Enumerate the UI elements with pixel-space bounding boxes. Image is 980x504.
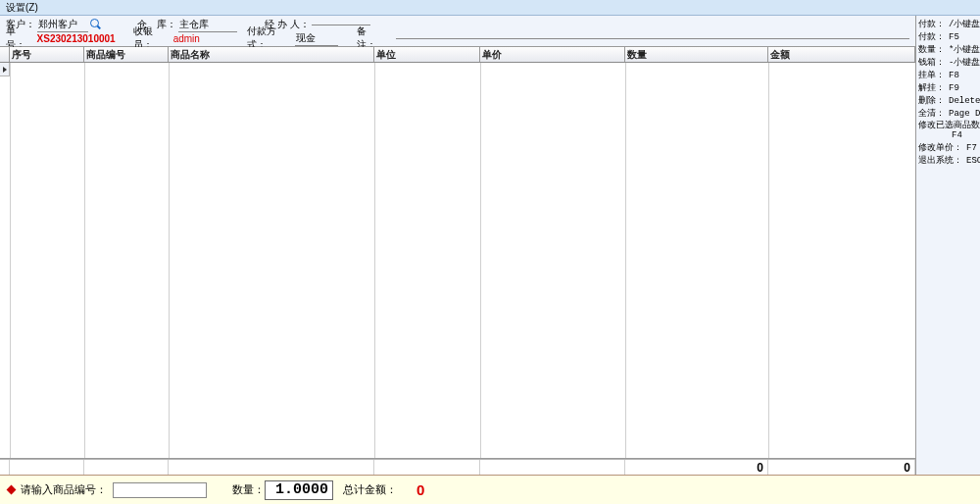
shortcut-row: 数量：*小键盘 xyxy=(918,43,978,56)
shortcut-panel: 付款：/小键盘付款：F5数量：*小键盘钱箱：-小键盘挂单：F8解挂：F9删除：D… xyxy=(916,16,980,475)
qty-input[interactable]: 1.0000 xyxy=(265,480,333,500)
shortcut-row: 解挂：F9 xyxy=(918,81,978,94)
bottom-bar: 请输入商品编号： 数量： 1.0000 总计金额： 0 xyxy=(0,475,980,504)
diamond-icon xyxy=(7,485,17,495)
shortcut-row: 删除：Delete xyxy=(918,94,978,107)
search-icon[interactable] xyxy=(90,19,102,30)
shortcut-row: 付款：/小键盘 xyxy=(918,18,978,30)
current-row-marker-icon xyxy=(0,63,10,76)
shortcut-row: 挂单：F8 xyxy=(918,69,978,81)
col-qty[interactable]: 数量 xyxy=(625,47,768,62)
total-amt-label: 总计金额： xyxy=(343,482,397,497)
header-form: 客户： 郑州客户 仓 库： 主仓库 经 办 人： 单号： XS230213010… xyxy=(0,16,915,47)
qty-label: 数量： xyxy=(232,482,265,497)
warehouse-value[interactable]: 主仓库 xyxy=(178,18,237,32)
table-header: 序号 商品编号 商品名称 单位 单价 数量 金额 xyxy=(0,47,915,63)
shortcut-row: 修改已选商品数量：F4 xyxy=(918,120,978,141)
note-value[interactable] xyxy=(396,38,909,39)
col-unit[interactable]: 单位 xyxy=(374,47,480,62)
col-name[interactable]: 商品名称 xyxy=(169,47,374,62)
col-rowhead xyxy=(0,47,10,62)
total-amt: 0 xyxy=(768,460,915,475)
table-body[interactable] xyxy=(0,63,915,459)
col-price[interactable]: 单价 xyxy=(480,47,625,62)
paytype-value[interactable]: 现金 xyxy=(295,31,338,46)
shortcut-row: 全清：Page Down xyxy=(918,107,978,120)
prompt-label: 请输入商品编号： xyxy=(21,482,107,497)
product-code-input[interactable] xyxy=(113,482,207,498)
shortcut-row: 钱箱：-小键盘 xyxy=(918,56,978,69)
totals-row: 0 0 xyxy=(0,459,915,475)
shortcut-row: 退出系统：ESC xyxy=(918,154,978,167)
main-area: 客户： 郑州客户 仓 库： 主仓库 经 办 人： 单号： XS230213010… xyxy=(0,16,980,475)
orderno-value: XS230213010001 xyxy=(36,33,115,44)
col-amt[interactable]: 金额 xyxy=(768,47,915,62)
cashier-value: admin xyxy=(172,33,228,44)
total-qty: 0 xyxy=(625,460,768,475)
col-seq[interactable]: 序号 xyxy=(10,47,84,62)
shortcut-row: 付款：F5 xyxy=(918,30,978,43)
customer-value[interactable]: 郑州客户 xyxy=(37,18,88,32)
col-code[interactable]: 商品编号 xyxy=(84,47,169,62)
left-column: 客户： 郑州客户 仓 库： 主仓库 经 办 人： 单号： XS230213010… xyxy=(0,16,916,475)
menubar: 设置(Z) xyxy=(0,0,980,16)
shortcut-row: 修改单价：F7 xyxy=(918,141,978,154)
menu-settings[interactable]: 设置(Z) xyxy=(6,1,38,15)
total-amt-value: 0 xyxy=(416,481,424,498)
